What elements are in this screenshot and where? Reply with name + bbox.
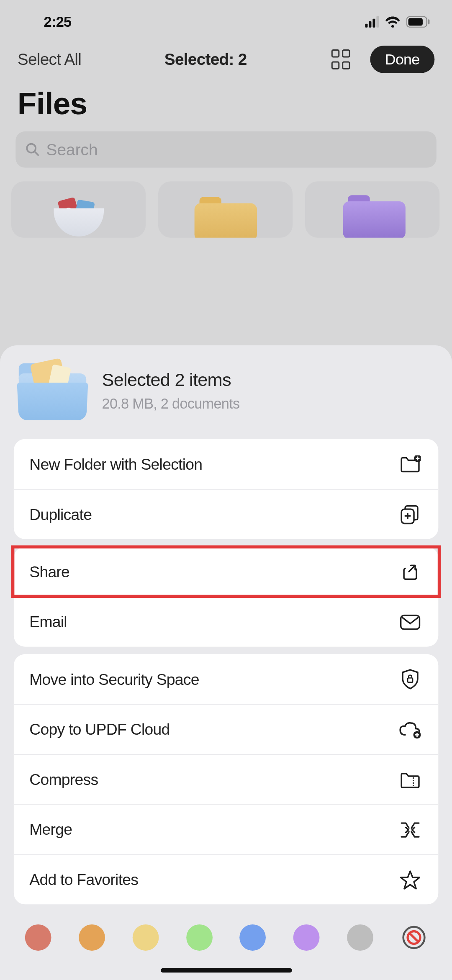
color-swatch[interactable] [186, 924, 213, 951]
selection-thumb-icon [19, 361, 86, 420]
action-compress[interactable]: Compress [14, 754, 438, 805]
select-all-button[interactable]: Select All [18, 50, 81, 69]
svg-rect-1 [408, 18, 423, 26]
search-input[interactable] [46, 140, 427, 159]
email-icon [398, 614, 423, 630]
action-label: Add to Favorites [29, 871, 138, 889]
action-duplicate[interactable]: Duplicate [14, 489, 438, 539]
action-label: Merge [29, 821, 72, 839]
color-swatch[interactable] [79, 924, 105, 951]
action-sheet: Selected 2 items 20.8 MB, 2 documents Ne… [0, 345, 452, 980]
folder-tile[interactable] [158, 181, 293, 237]
compress-icon [398, 771, 423, 788]
action-group: Move into Security Space Copy to UPDF Cl… [14, 654, 438, 905]
action-label: Email [29, 613, 67, 631]
action-label: Duplicate [29, 505, 92, 523]
action-merge[interactable]: Merge [14, 804, 438, 854]
action-copy-cloud[interactable]: Copy to UPDF Cloud [14, 704, 438, 754]
folder-tile[interactable] [305, 181, 439, 237]
merge-icon [398, 820, 423, 839]
svg-rect-7 [401, 615, 420, 629]
status-indicators [365, 16, 430, 28]
wifi-icon [385, 16, 400, 28]
action-group: Share Email [14, 547, 438, 647]
action-favorite[interactable]: Add to Favorites [14, 854, 438, 905]
view-grid-icon[interactable] [330, 49, 351, 70]
action-label: Share [29, 563, 69, 581]
action-label: Copy to UPDF Cloud [29, 720, 170, 738]
status-bar: 2:25 [0, 0, 452, 44]
color-swatch[interactable] [25, 924, 51, 951]
duplicate-icon [398, 504, 423, 525]
action-label: Compress [29, 771, 98, 789]
color-swatch[interactable] [293, 924, 320, 951]
folder-grid [0, 167, 452, 237]
home-indicator[interactable] [160, 968, 292, 972]
battery-icon [406, 16, 430, 28]
color-swatch[interactable] [347, 924, 373, 951]
search-bar[interactable] [15, 131, 436, 168]
svg-line-12 [409, 933, 418, 942]
cellular-icon [365, 16, 379, 28]
action-security-space[interactable]: Move into Security Space [14, 654, 438, 705]
star-icon [398, 869, 423, 890]
folder-tile[interactable] [11, 181, 146, 237]
svg-rect-8 [408, 678, 413, 682]
color-tag-row [0, 912, 452, 957]
action-label: New Folder with Selection [29, 455, 202, 473]
selection-count-label: Selected: 2 [94, 50, 317, 69]
svg-rect-2 [428, 19, 429, 24]
color-swatch[interactable] [132, 924, 159, 951]
svg-line-4 [35, 152, 38, 155]
folder-plus-icon [398, 455, 423, 473]
color-swatch[interactable] [240, 924, 266, 951]
share-icon [398, 562, 423, 582]
action-new-folder[interactable]: New Folder with Selection [14, 439, 438, 489]
no-color-icon[interactable] [401, 924, 427, 951]
action-share[interactable]: Share [14, 547, 438, 597]
page-title: Files [18, 86, 452, 122]
cloud-plus-icon [398, 721, 423, 738]
action-group: New Folder with Selection Duplicate [14, 439, 438, 539]
done-button[interactable]: Done [370, 46, 434, 73]
shield-lock-icon [398, 669, 423, 690]
search-icon [25, 142, 40, 157]
action-email[interactable]: Email [14, 597, 438, 647]
status-time: 2:25 [44, 13, 72, 30]
sheet-subtitle: 20.8 MB, 2 documents [102, 395, 240, 412]
sheet-title: Selected 2 items [102, 369, 240, 390]
action-label: Move into Security Space [29, 670, 199, 688]
